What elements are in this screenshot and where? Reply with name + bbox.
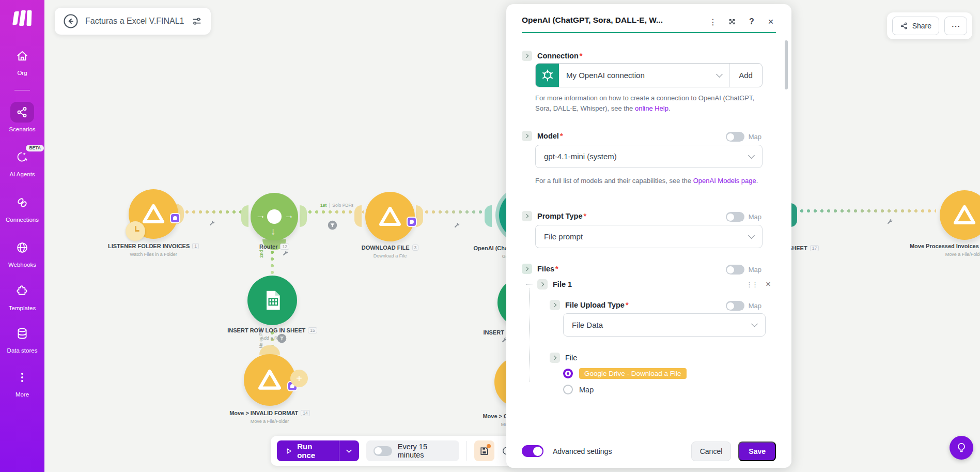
save-button[interactable]: Save bbox=[738, 441, 776, 461]
chevron-right-icon[interactable] bbox=[550, 300, 560, 310]
node-listener-folder-invoices[interactable]: LISTENER FOLDER INVOICES1 Watch Files in… bbox=[129, 189, 178, 239]
sidebar-item-templates[interactable]: Templates bbox=[9, 281, 36, 312]
module-accent-bar bbox=[522, 32, 776, 33]
sidebar-item-label: AI Agents bbox=[9, 171, 35, 178]
connection-line bbox=[800, 209, 936, 213]
panel-help-icon[interactable]: ? bbox=[745, 16, 758, 28]
chevron-right-icon[interactable] bbox=[522, 264, 532, 274]
sidebar-item-org[interactable]: Org bbox=[10, 45, 34, 77]
openai-models-link[interactable]: OpenAI Models page bbox=[693, 177, 756, 185]
schedule-toggle[interactable] bbox=[374, 446, 392, 456]
node-move-processed-archive[interactable]: + Move Processed Invoices to Archive11 M… bbox=[940, 190, 980, 240]
panel-close-icon[interactable]: × bbox=[765, 16, 777, 28]
sidebar-item-label: Org bbox=[17, 69, 27, 77]
node-title-fragment: SHEET17 bbox=[788, 245, 819, 251]
file-upload-type-select[interactable]: File Data bbox=[563, 313, 766, 337]
panel-kebab-icon[interactable]: ⋮ bbox=[707, 16, 719, 28]
more-icon bbox=[10, 367, 34, 388]
sidebar-item-more[interactable]: More bbox=[10, 367, 34, 398]
globe-icon bbox=[10, 237, 34, 258]
node-subtitle: Watch Files in a Folder bbox=[71, 252, 236, 257]
filter-icon[interactable] bbox=[328, 220, 337, 232]
chevron-down-icon bbox=[751, 321, 758, 327]
chevron-right-icon[interactable] bbox=[537, 279, 548, 290]
scenario-header-card: Facturas a Excel V.FINAL1 bbox=[55, 8, 211, 35]
chevron-right-icon[interactable] bbox=[522, 211, 532, 221]
panel-expand-icon[interactable] bbox=[726, 16, 738, 28]
drag-handle-icon[interactable]: ⋮⋮ bbox=[746, 281, 757, 288]
wrench-icon[interactable] bbox=[886, 218, 893, 227]
scenario-settings-icon[interactable] bbox=[191, 16, 203, 27]
file-source-option-selected: Google Drive - Download a File bbox=[563, 368, 687, 379]
connection-select[interactable]: My OpenAI connection bbox=[559, 64, 729, 87]
tree-connector bbox=[526, 284, 533, 285]
files-map-toggle[interactable] bbox=[726, 265, 744, 275]
model-select[interactable]: gpt-4.1-mini (system) bbox=[535, 145, 763, 168]
chevron-right-icon[interactable] bbox=[522, 51, 532, 61]
chevron-down-icon bbox=[716, 71, 723, 78]
connection-line bbox=[425, 210, 488, 214]
node-insert-row-log-left[interactable]: INSERT ROW LOG IN SHEET15 Add a Row bbox=[247, 276, 297, 325]
share-icon bbox=[900, 22, 908, 30]
toolbar-divider bbox=[466, 441, 467, 461]
node-subtitle: Move a File/Folder bbox=[187, 419, 352, 424]
chevron-right-icon[interactable] bbox=[550, 353, 560, 363]
node-download-file[interactable]: DOWNLOAD FILE3 Download a File bbox=[365, 192, 415, 241]
sidebar-item-data-stores[interactable]: Data stores bbox=[7, 323, 38, 354]
google-drive-icon bbox=[378, 205, 402, 229]
tree-connector bbox=[529, 288, 530, 382]
notes-badge[interactable] bbox=[407, 217, 417, 227]
prompt-type-map-toggle[interactable] bbox=[726, 212, 744, 222]
panel-title: OpenAI (ChatGPT, Sora, DALL-E, W... bbox=[522, 16, 663, 25]
wrench-icon[interactable] bbox=[454, 221, 460, 231]
share-button[interactable]: Share bbox=[892, 17, 939, 35]
sidebar-item-ai-agents[interactable]: BETA AI Agents bbox=[9, 147, 35, 178]
run-once-split-button: Run once bbox=[277, 440, 359, 461]
model-map-toggle[interactable] bbox=[726, 132, 744, 142]
sidebar-item-connections[interactable]: Connections bbox=[6, 192, 39, 223]
prompt-type-select[interactable]: File prompt bbox=[535, 225, 763, 248]
online-help-link[interactable]: online Help bbox=[635, 104, 668, 112]
router-icon bbox=[267, 209, 282, 224]
make-logo[interactable] bbox=[13, 8, 32, 28]
radio-unselected[interactable] bbox=[563, 385, 573, 394]
node-move-invalid-format[interactable]: + Move > INVALID FORMAT14 Move a File/Fo… bbox=[244, 354, 295, 406]
back-button[interactable] bbox=[63, 13, 79, 29]
google-sheets-icon bbox=[261, 289, 284, 312]
scenario-title[interactable]: Facturas a Excel V.FINAL1 bbox=[85, 17, 184, 26]
autosave-button[interactable] bbox=[474, 440, 494, 461]
sidebar-item-webhooks[interactable]: Webhooks bbox=[8, 237, 36, 268]
file-1-row: File 1 ⋮⋮ × bbox=[537, 279, 771, 290]
openai-icon bbox=[536, 64, 559, 87]
module-config-panel: OpenAI (ChatGPT, Sora, DALL-E, W... ⋮ ? … bbox=[506, 4, 791, 468]
run-options-caret[interactable] bbox=[339, 440, 359, 461]
cancel-button[interactable]: Cancel bbox=[691, 441, 732, 461]
connector-nub bbox=[354, 205, 362, 227]
radio-selected[interactable] bbox=[563, 369, 573, 378]
chevron-right-icon[interactable] bbox=[522, 131, 532, 141]
sidebar-item-label: More bbox=[15, 391, 29, 398]
notes-badge[interactable] bbox=[170, 213, 180, 223]
help-bulb-button[interactable] bbox=[950, 436, 973, 460]
wrench-icon[interactable] bbox=[209, 219, 215, 229]
remove-file-icon[interactable]: × bbox=[766, 279, 771, 290]
schedule-clock-badge[interactable] bbox=[126, 221, 145, 241]
connections-icon bbox=[10, 192, 34, 213]
add-module-nub[interactable]: + bbox=[290, 370, 308, 387]
wrench-icon[interactable] bbox=[282, 249, 289, 258]
mapped-source-badge[interactable]: Google Drive - Download a File bbox=[579, 368, 687, 379]
puzzle-icon bbox=[10, 281, 34, 301]
advanced-settings-toggle[interactable] bbox=[522, 445, 543, 457]
google-drive-icon bbox=[953, 203, 976, 227]
more-options-button[interactable]: … bbox=[944, 17, 967, 35]
run-once-button[interactable]: Run once bbox=[277, 440, 339, 461]
run-toolbar: Run once Every 15 minutes bbox=[271, 436, 518, 466]
add-connection-button[interactable]: Add bbox=[729, 64, 762, 87]
files-map-control: Map bbox=[726, 265, 761, 275]
panel-scrollbar[interactable] bbox=[785, 40, 788, 89]
node-title: Router bbox=[259, 243, 277, 250]
node-router[interactable]: → → ↓ Router12 bbox=[251, 193, 298, 240]
lightbulb-icon bbox=[956, 442, 967, 453]
file-upload-type-map-toggle[interactable] bbox=[726, 301, 744, 311]
sidebar-item-scenarios[interactable]: Scenarios bbox=[9, 102, 35, 133]
